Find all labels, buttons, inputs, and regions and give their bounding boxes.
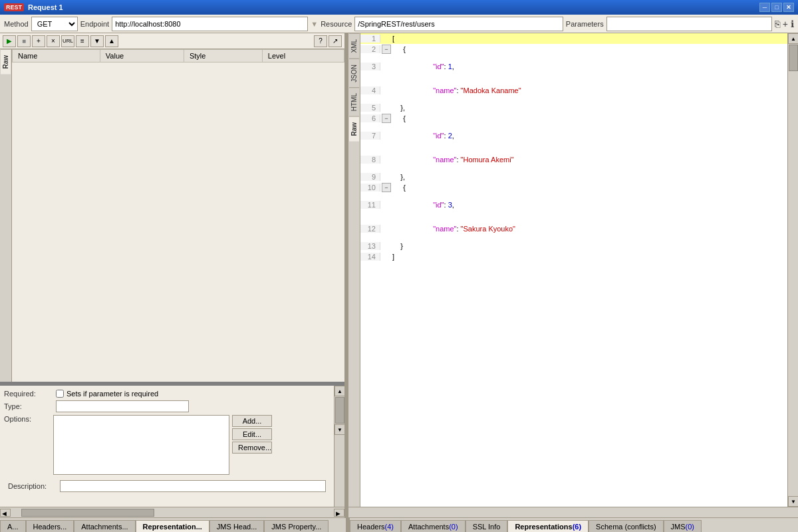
tab-ssl-info[interactable]: SSL Info xyxy=(466,520,508,532)
down-button[interactable]: ▼ xyxy=(90,35,104,47)
line-num-7: 7 xyxy=(360,132,380,140)
line-num-9: 9 xyxy=(360,173,380,181)
tab-headers[interactable]: Headers... xyxy=(26,520,74,532)
left-toolbar: ▶ ■ + × URL ≡ ▼ ▲ ? ↗ xyxy=(0,33,344,49)
fold-btn-10[interactable]: − xyxy=(382,183,391,192)
options-label: Options: xyxy=(4,415,51,423)
code-line-11: 11 "id": 3, xyxy=(360,193,787,217)
code-content-10: { xyxy=(392,184,406,192)
code-area[interactable]: 1 [ 2 − { 3 "id": 1, xyxy=(360,33,787,507)
tab-jms-head[interactable]: JMS Head... xyxy=(209,520,265,532)
up-button[interactable]: ▲ xyxy=(105,35,118,47)
bottom-right-scrollbar[interactable]: ▲ ▼ xyxy=(334,386,344,507)
bottom-tab-bar: A... Headers... Attachments... Represent… xyxy=(0,517,798,532)
right-tabs: Headers (4) Attachments (0) SSL Info Rep… xyxy=(350,518,798,532)
tab-a[interactable]: A... xyxy=(0,520,26,532)
tab-jms[interactable]: JMS (0) xyxy=(664,520,702,532)
col-value: Value xyxy=(100,50,184,63)
options-list[interactable] xyxy=(53,415,229,475)
stop-button[interactable]: ■ xyxy=(17,35,31,47)
add-option-button[interactable]: Add... xyxy=(232,415,272,427)
scroll-up-btn[interactable]: ▲ xyxy=(334,386,344,396)
code-line-2: 2 − { xyxy=(360,44,787,55)
minimize-button[interactable]: ─ xyxy=(759,3,770,12)
vtab-raw[interactable]: Raw xyxy=(1,49,11,74)
fold-btn-2[interactable]: − xyxy=(382,45,391,54)
vtab-html[interactable]: HTML xyxy=(349,87,359,116)
vtab-xml[interactable]: XML xyxy=(349,33,359,59)
description-label: Description: xyxy=(8,482,55,490)
parameters-label: Parameters xyxy=(566,20,604,28)
required-help-text: Sets if parameter is required xyxy=(66,390,158,398)
remove-param-button[interactable]: × xyxy=(47,35,60,47)
fold-btn-6[interactable]: − xyxy=(382,114,391,123)
required-checkbox-label[interactable]: Sets if parameter is required xyxy=(56,390,158,398)
url-encode-button[interactable]: URL xyxy=(61,35,74,47)
left-vtabs: Raw xyxy=(0,49,12,382)
options-row: Options: Add... Edit... Remov xyxy=(4,415,330,475)
code-line-5: 5 }, xyxy=(360,102,787,113)
code-line-13: 13 } xyxy=(360,241,787,251)
window-controls[interactable]: ─ □ ✕ xyxy=(759,3,794,12)
list-button[interactable]: ≡ xyxy=(76,35,89,47)
right-scroll-down[interactable]: ▼ xyxy=(788,496,798,507)
help-button[interactable]: ? xyxy=(314,35,327,47)
tab-right-attachments[interactable]: Attachments (0) xyxy=(401,520,466,532)
parameters-input[interactable] xyxy=(606,17,772,31)
code-content-9: }, xyxy=(390,173,405,181)
remove-option-button[interactable]: Remove... xyxy=(232,442,272,454)
tab-attachments[interactable]: Attachments... xyxy=(74,520,135,532)
method-select[interactable]: GET POST PUT DELETE xyxy=(31,17,78,31)
required-checkbox[interactable] xyxy=(56,390,64,398)
bottom-h-scrollbar[interactable]: ◄ ► xyxy=(0,507,344,517)
right-scroll-thumb[interactable] xyxy=(789,45,798,71)
tab-schema-conflicts[interactable]: Schema (conflicts) xyxy=(589,520,663,532)
code-content-3: "id": 1, xyxy=(390,55,454,78)
required-label: Required: xyxy=(4,390,51,398)
line-num-14: 14 xyxy=(360,253,380,261)
right-bottom-scrollbar[interactable] xyxy=(348,507,798,517)
add-icon[interactable]: + xyxy=(783,19,788,29)
tab-representation[interactable]: Representation... xyxy=(136,520,209,532)
code-content-8: "name": "Homura Akemi" xyxy=(390,148,514,172)
type-label: Type: xyxy=(4,402,51,410)
h-scroll-left[interactable]: ◄ xyxy=(0,509,11,517)
line-num-6: 6 xyxy=(360,114,380,122)
line-num-4: 4 xyxy=(360,86,380,94)
code-content-13: } xyxy=(390,242,403,250)
right-v-scrollbar[interactable]: ▲ ▼ xyxy=(787,33,798,507)
expand-button[interactable]: ↗ xyxy=(329,35,342,47)
h-scrollbar-thumb[interactable] xyxy=(21,509,154,517)
endpoint-input[interactable] xyxy=(112,17,308,31)
add-param-button[interactable]: + xyxy=(32,35,45,47)
bottom-panel: Required: Sets if parameter is required … xyxy=(0,384,344,517)
right-scroll-up[interactable]: ▲ xyxy=(788,33,798,44)
code-line-9: 9 }, xyxy=(360,172,787,182)
type-row: Type: xyxy=(4,400,330,412)
info-icon[interactable]: ℹ xyxy=(791,19,794,29)
resource-input[interactable] xyxy=(354,17,563,31)
edit-option-button[interactable]: Edit... xyxy=(232,428,272,440)
scroll-thumb[interactable] xyxy=(335,397,344,424)
tab-right-headers[interactable]: Headers (4) xyxy=(350,520,401,532)
vtab-raw-right[interactable]: Raw xyxy=(349,116,359,142)
code-line-7: 7 "id": 2, xyxy=(360,124,787,148)
description-input[interactable] xyxy=(60,480,326,492)
play-button[interactable]: ▶ xyxy=(3,35,16,47)
maximize-button[interactable]: □ xyxy=(771,3,782,12)
tab-jms-property[interactable]: JMS Property... xyxy=(264,520,329,532)
method-label: Method xyxy=(4,20,29,28)
code-content-5: }, xyxy=(390,104,405,112)
h-scroll-right[interactable]: ► xyxy=(334,509,344,517)
title-bar: REST Request 1 ─ □ ✕ xyxy=(0,0,798,15)
vtab-json[interactable]: JSON xyxy=(349,59,359,88)
type-input[interactable] xyxy=(56,400,189,412)
tab-representations[interactable]: Representations (6) xyxy=(507,520,589,532)
right-vtabs: XML JSON HTML Raw xyxy=(348,33,360,507)
close-button[interactable]: ✕ xyxy=(783,3,794,12)
scroll-down-btn[interactable]: ▼ xyxy=(334,424,344,435)
line-num-3: 3 xyxy=(360,63,380,70)
copy-icon[interactable]: ⎘ xyxy=(775,19,780,29)
line-num-2: 2 xyxy=(360,45,380,53)
resource-label: Resource xyxy=(321,20,352,28)
